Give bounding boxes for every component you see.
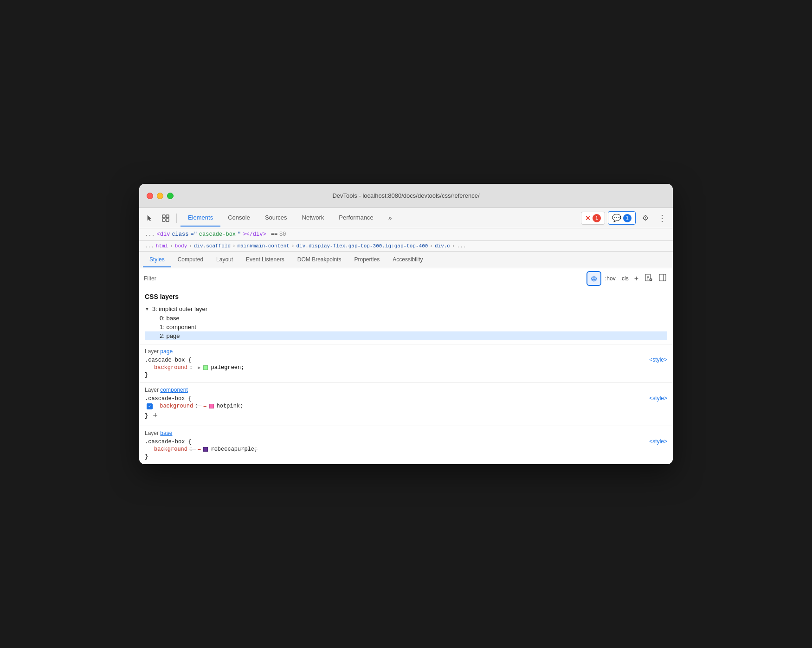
dom-dollar: $0	[279, 231, 286, 238]
rule-block-component: Layer component <style> .cascade-box { ✓…	[139, 382, 673, 426]
layer-link-page[interactable]: page	[160, 348, 173, 355]
filter-bar: Filter :hov .cls +	[139, 268, 673, 289]
more-options-btn[interactable]: ⋮	[655, 211, 669, 225]
info-count: 1	[623, 214, 632, 222]
dom-preview: ... <div class="cascade-box" ></div> == …	[139, 228, 673, 241]
toggle-sidebar-btn[interactable]	[657, 273, 668, 284]
prop-name-bg-page: background	[154, 364, 187, 371]
selector-text-component: .cascade-box {	[145, 395, 192, 402]
layer-link-component[interactable]: component	[160, 387, 187, 393]
color-swatch-base[interactable]	[203, 447, 208, 452]
layers-icon-btn[interactable]	[586, 271, 601, 286]
svg-rect-2	[162, 219, 165, 221]
layer-header-component: Layer component	[145, 387, 667, 393]
cls-btn[interactable]: .cls	[619, 273, 630, 284]
cursor-icon-btn[interactable]	[143, 211, 157, 225]
titlebar: DevTools - localhost:8080/docs/devtools/…	[139, 184, 673, 208]
subtab-dom-breakpoints[interactable]: DOM Breakpoints	[291, 253, 348, 267]
add-property-component-btn[interactable]: +	[150, 410, 161, 421]
close-button[interactable]	[147, 193, 153, 199]
prop-checkbox-component[interactable]: ✓	[147, 403, 153, 409]
rule-selector-base: .cascade-box {	[145, 438, 649, 446]
prop-name-bg-component: background	[160, 403, 193, 409]
svg-rect-11	[659, 274, 666, 281]
dom-close-tag: ></div>	[243, 231, 266, 238]
inspect-icon-btn[interactable]	[159, 211, 173, 225]
rule-source-page[interactable]: <style>	[649, 356, 667, 363]
subtab-properties[interactable]: Properties	[348, 253, 387, 267]
dom-ellipsis: ...	[145, 231, 155, 238]
tab-sources[interactable]: Sources	[258, 209, 295, 227]
tab-elements[interactable]: Elements	[180, 209, 220, 227]
rule-source-base[interactable]: <style>	[649, 438, 667, 445]
settings-btn[interactable]: ⚙	[638, 211, 652, 225]
layer-link-base[interactable]: base	[160, 430, 172, 436]
rule-selector-component: .cascade-box {	[145, 395, 649, 402]
arrow-swatch-page: ▶	[198, 365, 200, 370]
color-swatch-page[interactable]	[203, 365, 208, 370]
maximize-button[interactable]	[167, 193, 174, 199]
filter-label: Filter	[144, 275, 156, 282]
prop-value-bg-component: hotpink;	[217, 403, 244, 409]
rule-close-component: } +	[145, 410, 667, 422]
new-rule-btn[interactable]	[643, 273, 654, 284]
layer-child-component[interactable]: 1: component	[145, 323, 667, 331]
layer-word-page: Layer	[145, 348, 160, 355]
layer-page-label: 2: page	[160, 332, 180, 339]
layer-component-label: 1: component	[160, 324, 196, 330]
subtab-layout[interactable]: Layout	[210, 253, 239, 267]
breadcrumb-ellipsis[interactable]: ...	[145, 243, 154, 249]
hov-btn[interactable]: :hov	[604, 273, 617, 284]
breadcrumb-more[interactable]: ...	[457, 243, 466, 249]
error-count: 1	[593, 214, 601, 222]
devtools-toolbar: Elements Console Sources Network Perform…	[139, 208, 673, 228]
tab-performance[interactable]: Performance	[331, 209, 380, 227]
tab-network[interactable]: Network	[295, 209, 332, 227]
prop-value-bg-base: rebeccapurple;	[211, 446, 258, 453]
layer-tree-arrow: ▼	[145, 306, 149, 311]
layer-tree-root-label: 3: implicit outer layer	[152, 305, 207, 312]
rule-block-page: Layer page <style> .cascade-box { backgr…	[139, 344, 673, 382]
main-tab-nav: Elements Console Sources Network Perform…	[180, 209, 579, 227]
svg-rect-3	[166, 219, 169, 221]
subtab-accessibility[interactable]: Accessibility	[386, 253, 429, 267]
minimize-button[interactable]	[157, 193, 163, 199]
more-tabs-btn[interactable]: »	[381, 209, 400, 227]
svg-rect-1	[166, 215, 169, 218]
breadcrumb-html[interactable]: html	[156, 243, 168, 249]
toolbar-divider-1	[176, 214, 177, 223]
rule-close-base: }	[145, 453, 667, 460]
svg-rect-0	[162, 215, 165, 218]
rule-source-component[interactable]: <style>	[649, 395, 667, 402]
breadcrumb-bar: ... html › body › div.scaffold › main#ma…	[139, 241, 673, 252]
breadcrumb-div-c[interactable]: div.c	[435, 243, 450, 249]
breadcrumb-main[interactable]: main#main-content	[238, 243, 290, 249]
subtab-computed[interactable]: Computed	[171, 253, 210, 267]
layer-header-base: Layer base	[145, 430, 667, 436]
subtab-event-listeners[interactable]: Event Listeners	[239, 253, 291, 267]
prop-name-bg-base: background	[154, 446, 187, 453]
layer-word-base: Layer	[145, 430, 160, 436]
subtab-styles[interactable]: Styles	[143, 253, 171, 267]
error-badge-btn[interactable]: ✕ 1	[581, 212, 605, 225]
breadcrumb-flex-div[interactable]: div.display-flex.gap-top-300.lg:gap-top-…	[296, 243, 428, 249]
arrow-swatch-component: →	[204, 404, 206, 409]
rule-close-page: }	[145, 371, 667, 379]
chat-icon: 💬	[612, 214, 621, 222]
filter-input[interactable]	[160, 275, 583, 282]
color-swatch-component[interactable]	[209, 404, 214, 408]
layer-child-base[interactable]: 0: base	[145, 314, 667, 323]
breadcrumb-body[interactable]: body	[175, 243, 187, 249]
selector-text-page: .cascade-box {	[145, 357, 192, 363]
rule-block-base: Layer base <style> .cascade-box { backgr…	[139, 426, 673, 464]
layer-child-page[interactable]: 2: page	[145, 331, 667, 340]
breadcrumb-scaffold[interactable]: div.scaffold	[194, 243, 231, 249]
tab-console[interactable]: Console	[220, 209, 258, 227]
arrow-swatch-base: →	[198, 447, 200, 452]
info-badge-btn[interactable]: 💬 1	[608, 211, 636, 225]
devtools-window: DevTools - localhost:8080/docs/devtools/…	[139, 184, 673, 464]
layer-tree-root[interactable]: ▼ 3: implicit outer layer	[145, 304, 667, 314]
css-layers-title: CSS layers	[145, 293, 667, 300]
add-style-btn[interactable]: +	[632, 273, 640, 284]
error-x-icon: ✕	[585, 214, 591, 222]
